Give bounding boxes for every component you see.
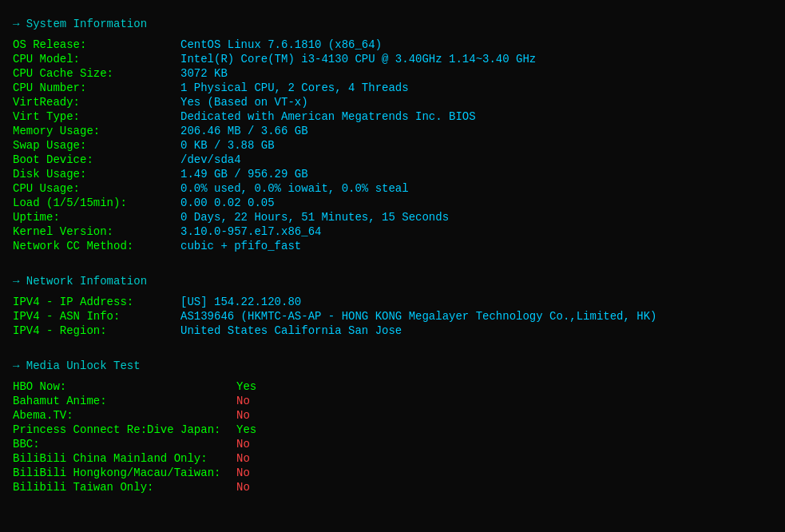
media-value-3: Yes bbox=[236, 423, 300, 436]
network-value-0: [US] 154.22.120.80 bbox=[180, 296, 772, 308]
system-value-7: 0 KB / 3.88 GB bbox=[180, 139, 772, 152]
system-label-12: Uptime: bbox=[13, 211, 180, 224]
system-section-header: → System Information bbox=[13, 18, 772, 30]
network-value-1: AS139646 (HKMTC-AS-AP - HONG KONG Megala… bbox=[180, 310, 772, 323]
system-label-13: Kernel Version: bbox=[13, 225, 180, 238]
media-label-3: Princess Connect Re:Dive Japan: bbox=[13, 423, 236, 436]
media-label-0: HBO Now: bbox=[13, 380, 236, 393]
media-section-header: → Media Unlock Test bbox=[13, 359, 772, 372]
media-section: → Media Unlock Test HBO Now:YesBahamut A… bbox=[13, 359, 772, 494]
system-value-12: 0 Days, 22 Hours, 51 Minutes, 15 Seconds bbox=[180, 211, 772, 224]
system-value-2: 3072 KB bbox=[180, 67, 772, 80]
network-section-header: → Network Infomation bbox=[13, 275, 772, 288]
system-label-9: Disk Usage: bbox=[13, 168, 180, 181]
system-label-1: CPU Model: bbox=[13, 53, 180, 66]
system-label-4: VirtReady: bbox=[13, 96, 180, 109]
media-value-1: No bbox=[236, 395, 300, 407]
system-section: → System Information OS Release:CentOS L… bbox=[13, 18, 772, 252]
system-value-5: Dedicated with American Megatrends Inc. … bbox=[180, 110, 772, 123]
system-value-13: 3.10.0-957.el7.x86_64 bbox=[180, 225, 772, 238]
media-label-1: Bahamut Anime: bbox=[13, 395, 236, 407]
media-value-7: No bbox=[236, 481, 300, 494]
network-info-grid: IPV4 - IP Address:[US] 154.22.120.80IPV4… bbox=[13, 296, 772, 337]
system-value-4: Yes (Based on VT-x) bbox=[180, 96, 772, 109]
network-label-1: IPV4 - ASN Info: bbox=[13, 310, 180, 323]
media-value-0: Yes bbox=[236, 380, 300, 393]
system-value-6: 206.46 MB / 3.66 GB bbox=[180, 125, 772, 137]
network-label-2: IPV4 - Region: bbox=[13, 324, 180, 337]
media-label-5: BiliBili China Mainland Only: bbox=[13, 452, 236, 465]
system-label-11: Load (1/5/15min): bbox=[13, 197, 180, 209]
media-label-7: Bilibili Taiwan Only: bbox=[13, 481, 236, 494]
media-info-grid: HBO Now:YesBahamut Anime:NoAbema.TV:NoPr… bbox=[13, 380, 772, 494]
media-value-4: No bbox=[236, 438, 300, 451]
system-value-1: Intel(R) Core(TM) i3-4130 CPU @ 3.40GHz … bbox=[180, 53, 772, 66]
system-label-2: CPU Cache Size: bbox=[13, 67, 180, 80]
network-label-0: IPV4 - IP Address: bbox=[13, 296, 180, 308]
system-label-7: Swap Usage: bbox=[13, 139, 180, 152]
system-label-5: Virt Type: bbox=[13, 110, 180, 123]
system-value-8: /dev/sda4 bbox=[180, 153, 772, 166]
system-label-0: OS Release: bbox=[13, 38, 180, 51]
system-value-10: 0.0% used, 0.0% iowait, 0.0% steal bbox=[180, 182, 772, 195]
system-value-11: 0.00 0.02 0.05 bbox=[180, 197, 772, 209]
system-label-6: Memory Usage: bbox=[13, 125, 180, 137]
system-label-8: Boot Device: bbox=[13, 153, 180, 166]
system-label-3: CPU Number: bbox=[13, 81, 180, 94]
media-value-2: No bbox=[236, 409, 300, 422]
media-value-6: No bbox=[236, 466, 300, 479]
system-value-0: CentOS Linux 7.6.1810 (x86_64) bbox=[180, 38, 772, 51]
media-value-5: No bbox=[236, 452, 300, 465]
terminal-window: → System Information OS Release:CentOS L… bbox=[13, 18, 772, 494]
system-value-9: 1.49 GB / 956.29 GB bbox=[180, 168, 772, 181]
system-info-grid: OS Release:CentOS Linux 7.6.1810 (x86_64… bbox=[13, 38, 772, 252]
system-label-10: CPU Usage: bbox=[13, 182, 180, 195]
media-label-6: BiliBili Hongkong/Macau/Taiwan: bbox=[13, 466, 236, 479]
system-value-14: cubic + pfifo_fast bbox=[180, 240, 772, 252]
system-label-14: Network CC Method: bbox=[13, 240, 180, 252]
media-label-2: Abema.TV: bbox=[13, 409, 236, 422]
network-section: → Network Infomation IPV4 - IP Address:[… bbox=[13, 275, 772, 337]
network-value-2: United States California San Jose bbox=[180, 324, 772, 337]
media-label-4: BBC: bbox=[13, 438, 236, 451]
system-value-3: 1 Physical CPU, 2 Cores, 4 Threads bbox=[180, 81, 772, 94]
